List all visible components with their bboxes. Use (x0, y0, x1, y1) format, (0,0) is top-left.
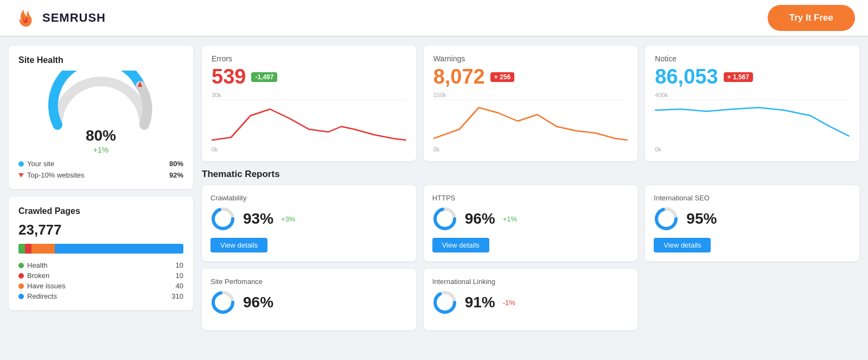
broken-dot (18, 273, 24, 279)
errors-card: Errors 539 -1,497 30k 0k (202, 46, 416, 161)
warnings-badge: + 256 (490, 72, 514, 82)
site-performance-pct: 96% (243, 294, 273, 311)
health-value: 10 (176, 261, 183, 269)
gauge-change: +1% (93, 146, 108, 154)
redirects-value: 310 (171, 292, 183, 300)
notice-badge: + 1,567 (724, 72, 753, 82)
https-value-row: 96% +1% (432, 206, 629, 231)
notice-card: Notice 86,053 + 1,567 400k 0k (645, 46, 859, 161)
international-seo-pct: 95% (686, 210, 717, 228)
errors-label: Errors (212, 54, 406, 63)
international-seo-label: International SEO (654, 194, 851, 202)
thematic-international-seo: International SEO 95% View details (645, 185, 859, 261)
site-performance-value-row: 96% (210, 290, 407, 315)
gauge-svg (47, 71, 155, 130)
crawled-pages-title: Crawled Pages (18, 206, 183, 216)
errors-chart-bottom: 0k (212, 146, 406, 153)
warnings-value: 8,072 (433, 65, 485, 89)
international-linking-label: International Linking (432, 277, 629, 286)
try-it-free-button[interactable]: Try It Free (768, 5, 855, 31)
your-site-dot (18, 161, 24, 167)
right-column: Errors 539 -1,497 30k 0k Warnings 8,072 … (202, 46, 859, 351)
crawled-pages-total: 23,777 (18, 222, 183, 238)
top10-value: 92% (169, 171, 183, 179)
thematic-site-performance: Site Perfomance 96% (202, 269, 416, 330)
https-change: +1% (503, 215, 517, 223)
notice-chart-bottom: 0k (655, 146, 850, 153)
notice-value: 86,053 (655, 65, 718, 89)
crawled-legend-broken: Broken 10 (18, 271, 183, 280)
redirects-label: Redirects (27, 292, 57, 300)
metrics-row: Errors 539 -1,497 30k 0k Warnings 8,072 … (202, 46, 859, 161)
semrush-flame-icon (13, 6, 37, 30)
site-health-legend-your-site: Your site 80% (18, 160, 183, 168)
crawlability-donut (210, 206, 235, 231)
international-seo-value-row: 95% (654, 206, 851, 231)
crawlability-view-details-button[interactable]: View details (210, 238, 267, 252)
errors-value: 539 (212, 65, 246, 89)
https-label: HTTPS (432, 194, 629, 202)
warnings-label: Warnings (433, 54, 628, 63)
crawlability-label: Crawlability (210, 194, 407, 202)
https-view-details-button[interactable]: View details (432, 238, 489, 252)
redirects-dot (18, 294, 24, 299)
international-linking-pct: 91% (465, 294, 495, 311)
crawlability-change: +3% (281, 215, 295, 223)
issues-dot (18, 283, 24, 289)
logo-area: SEMRUSH (13, 6, 106, 30)
progress-redirects (55, 244, 183, 254)
top10-icon (18, 173, 24, 178)
broken-label: Broken (27, 271, 49, 280)
progress-broken (25, 244, 31, 254)
international-linking-change: -1% (503, 299, 515, 307)
warnings-chart-top: 150k (433, 92, 628, 98)
thematic-crawlability: Crawlability 93% +3% View details (202, 185, 416, 261)
site-performance-label: Site Perfomance (210, 277, 407, 286)
logo-text: SEMRUSH (42, 11, 106, 25)
thematic-reports-section: Thematic Reports Crawlability 93% +3% Vi… (202, 169, 859, 330)
gauge-container: 80% +1% (18, 71, 183, 154)
errors-value-row: 539 -1,497 (212, 65, 406, 89)
thematic-grid: Crawlability 93% +3% View details HTTPS (202, 185, 859, 330)
health-label: Health (27, 261, 48, 269)
thematic-https: HTTPS 96% +1% View details (424, 185, 638, 261)
international-linking-donut (432, 290, 457, 315)
thematic-international-linking: International Linking 91% -1% (424, 269, 638, 330)
notice-value-row: 86,053 + 1,567 (655, 65, 850, 89)
international-seo-donut (654, 206, 679, 231)
warnings-card: Warnings 8,072 + 256 150k 0k (424, 46, 638, 161)
header: SEMRUSH Try It Free (0, 0, 868, 37)
left-column: Site Health 80% +1% Your si (9, 46, 193, 351)
crawlability-value-row: 93% +3% (210, 206, 407, 231)
issues-value: 40 (176, 282, 183, 290)
gauge-value: 80% (86, 127, 116, 144)
crawled-legend-health: Health 10 (18, 261, 183, 269)
notice-chart-top: 400k (655, 92, 850, 98)
crawled-pages-card: Crawled Pages 23,777 Health 10 Broken (9, 197, 193, 310)
crawled-legend-redirects: Redirects 310 (18, 292, 183, 300)
progress-health (18, 244, 25, 254)
notice-chart (655, 99, 850, 143)
site-performance-donut (210, 290, 235, 315)
site-health-title: Site Health (18, 55, 183, 65)
site-health-card: Site Health 80% +1% Your si (9, 46, 193, 189)
https-pct: 96% (465, 210, 495, 228)
warnings-value-row: 8,072 + 256 (433, 65, 628, 89)
errors-chart (212, 99, 406, 143)
progress-issues (31, 244, 55, 254)
https-donut (432, 206, 457, 231)
international-linking-value-row: 91% -1% (432, 290, 629, 315)
crawled-progress-bar (18, 244, 183, 254)
issues-label: Have issues (27, 282, 66, 290)
notice-label: Notice (655, 54, 850, 63)
thematic-reports-title: Thematic Reports (202, 169, 859, 180)
warnings-chart-bottom: 0k (433, 146, 628, 153)
warnings-chart (433, 99, 628, 143)
your-site-value: 80% (169, 160, 183, 168)
broken-value: 10 (176, 271, 183, 280)
international-seo-view-details-button[interactable]: View details (654, 238, 711, 252)
your-site-label: Your site (27, 160, 54, 168)
health-dot (18, 263, 24, 268)
errors-badge: -1,497 (251, 72, 277, 82)
crawled-legend-issues: Have issues 40 (18, 282, 183, 290)
